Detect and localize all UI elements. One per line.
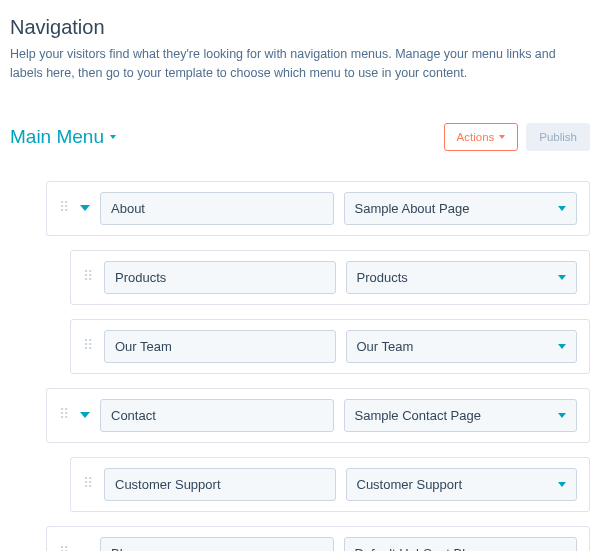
- select-value: Products: [357, 270, 408, 285]
- page-title: Navigation: [10, 16, 590, 39]
- drag-handle-icon[interactable]: [83, 274, 94, 280]
- menu-item-page-select[interactable]: Customer Support: [346, 468, 578, 501]
- caret-down-icon: [110, 135, 116, 139]
- menu-item-page-select[interactable]: Products: [346, 261, 578, 294]
- expand-toggle-icon[interactable]: [80, 412, 90, 418]
- menu-item-row: Products: [70, 250, 590, 305]
- drag-handle-icon[interactable]: [83, 343, 94, 349]
- menu-item-label-input[interactable]: [104, 468, 336, 501]
- page-description: Help your visitors find what they're loo…: [10, 45, 580, 83]
- select-value: Customer Support: [357, 477, 463, 492]
- caret-down-icon: [558, 482, 566, 487]
- expand-toggle-icon[interactable]: [80, 205, 90, 211]
- caret-down-icon: [558, 344, 566, 349]
- actions-button[interactable]: Actions: [444, 123, 519, 151]
- select-value: Sample Contact Page: [355, 408, 481, 423]
- menu-item-page-select[interactable]: Default HubSpot Blog: [344, 537, 578, 552]
- drag-handle-icon[interactable]: [83, 481, 94, 487]
- caret-down-icon: [558, 206, 566, 211]
- menu-item-label-input[interactable]: [100, 399, 334, 432]
- caret-down-icon: [499, 135, 505, 139]
- drag-handle-icon[interactable]: [59, 205, 70, 211]
- menu-item-row: Sample About Page: [46, 181, 590, 236]
- menu-tree: Sample About PageProductsOur TeamSample …: [10, 181, 590, 552]
- select-value: Default HubSpot Blog: [355, 546, 480, 552]
- publish-button[interactable]: Publish: [526, 123, 590, 151]
- menu-item-label-input[interactable]: [100, 192, 334, 225]
- caret-down-icon: [558, 413, 566, 418]
- menu-item-row: Sample Contact Page: [46, 388, 590, 443]
- select-value: Our Team: [357, 339, 414, 354]
- drag-handle-icon[interactable]: [59, 412, 70, 418]
- caret-down-icon: [558, 275, 566, 280]
- select-value: Sample About Page: [355, 201, 470, 216]
- menu-item-page-select[interactable]: Sample About Page: [344, 192, 578, 225]
- menu-item-row: Our Team: [70, 319, 590, 374]
- menu-item-row: Default HubSpot Blog: [46, 526, 590, 552]
- menu-item-label-input[interactable]: [100, 537, 334, 552]
- menu-item-label-input[interactable]: [104, 330, 336, 363]
- menu-item-label-input[interactable]: [104, 261, 336, 294]
- menu-name-label: Main Menu: [10, 126, 104, 148]
- menu-item-page-select[interactable]: Sample Contact Page: [344, 399, 578, 432]
- actions-label: Actions: [457, 131, 495, 143]
- menu-item-row: Customer Support: [70, 457, 590, 512]
- menu-name-dropdown[interactable]: Main Menu: [10, 126, 116, 148]
- menu-item-page-select[interactable]: Our Team: [346, 330, 578, 363]
